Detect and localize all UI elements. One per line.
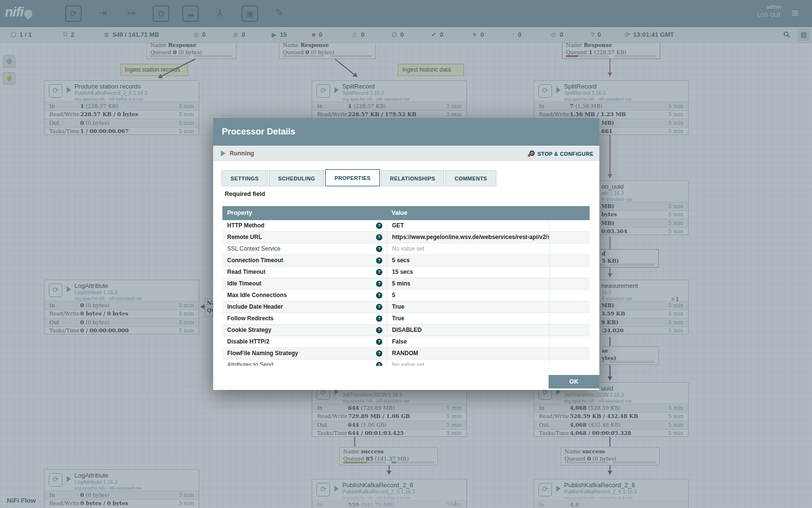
help-icon[interactable]: ? bbox=[376, 339, 382, 345]
property-name: HTTP Method? bbox=[222, 220, 387, 231]
help-icon[interactable]: ? bbox=[376, 292, 382, 299]
property-name: Max Idle Connections? bbox=[222, 290, 387, 301]
property-value[interactable]: 5 mins bbox=[387, 278, 549, 289]
help-icon[interactable]: ? bbox=[376, 257, 382, 264]
property-name: Disable HTTP/2? bbox=[222, 336, 387, 347]
property-value[interactable]: 5 secs bbox=[387, 255, 549, 266]
tab-scheduling[interactable]: SCHEDULING bbox=[269, 170, 324, 186]
help-icon[interactable]: ? bbox=[376, 304, 382, 310]
property-value[interactable]: No value set bbox=[387, 243, 549, 254]
property-value[interactable]: 5 bbox=[387, 290, 549, 301]
properties-table-header: Property Value bbox=[222, 206, 590, 220]
properties-table-body: HTTP Method?GETRemote URL?https://www.pe… bbox=[222, 220, 590, 366]
property-row: Cookie Strategy?DISABLED bbox=[222, 325, 590, 336]
property-row: Read Timeout?15 secs bbox=[222, 267, 590, 278]
property-name: Cookie Strategy? bbox=[222, 325, 387, 336]
help-icon[interactable]: ? bbox=[376, 315, 382, 322]
help-icon[interactable]: ? bbox=[376, 234, 382, 240]
tab-properties[interactable]: PROPERTIES bbox=[325, 169, 380, 186]
dialog-title: Processor Details bbox=[213, 118, 599, 146]
help-icon[interactable]: ? bbox=[376, 223, 382, 229]
running-status-icon bbox=[221, 150, 226, 156]
tab-settings[interactable]: SETTINGS bbox=[221, 170, 268, 186]
property-name: Read Timeout? bbox=[222, 267, 387, 278]
property-name: Attributes to Send? bbox=[222, 359, 387, 366]
property-name: FlowFile Naming Strategy? bbox=[222, 348, 387, 359]
property-row: Follow Redirects?True bbox=[222, 313, 590, 325]
property-row: Disable HTTP/2?False bbox=[222, 336, 590, 348]
help-icon[interactable]: ? bbox=[376, 327, 382, 333]
properties-table: Property Value HTTP Method?GETRemote URL… bbox=[222, 206, 590, 366]
property-value[interactable]: No value set bbox=[387, 359, 549, 366]
dialog-state-strip: Running ⚙STOP & CONFIGURE bbox=[213, 146, 599, 161]
property-row: Include Date Header?True bbox=[222, 301, 590, 313]
property-value[interactable]: False bbox=[387, 336, 549, 347]
property-row: Idle Timeout?5 mins bbox=[222, 278, 590, 290]
run-state-label: Running bbox=[230, 146, 254, 161]
property-row: HTTP Method?GET bbox=[222, 220, 590, 232]
column-property: Property bbox=[222, 206, 387, 220]
property-row: Max Idle Connections?5 bbox=[222, 290, 590, 301]
property-value[interactable]: DISABLED bbox=[387, 325, 549, 336]
nifi-app: ◎ ☝ NiFi Flow Ingest station recordsInge… bbox=[0, 0, 812, 508]
required-field-note: Required field bbox=[225, 191, 265, 197]
property-value[interactable]: GET bbox=[387, 220, 549, 231]
property-value[interactable]: True bbox=[387, 313, 549, 324]
property-value[interactable]: RANDOM bbox=[387, 348, 549, 359]
property-name: SSL Context Service? bbox=[222, 243, 387, 254]
tab-relationships[interactable]: RELATIONSHIPS bbox=[381, 170, 445, 186]
stop-configure-button[interactable]: ⚙STOP & CONFIGURE bbox=[529, 146, 594, 162]
property-name: Idle Timeout? bbox=[222, 278, 387, 289]
property-name: Follow Redirects? bbox=[222, 313, 387, 324]
property-name: Remote URL? bbox=[222, 232, 387, 243]
ok-button[interactable]: OK bbox=[549, 375, 599, 388]
property-name: Connection Timeout? bbox=[222, 255, 387, 266]
property-value[interactable]: https://www.pegelonline.wsv.de/webservic… bbox=[387, 232, 549, 243]
property-row: SSL Context Service?No value set bbox=[222, 243, 590, 255]
property-row: Attributes to Send?No value set bbox=[222, 359, 590, 366]
property-row: Remote URL?https://www.pegelonline.wsv.d… bbox=[222, 232, 590, 243]
property-row: FlowFile Naming Strategy?RANDOM bbox=[222, 348, 590, 359]
gear-icon: ⚙ bbox=[529, 149, 536, 157]
property-name: Include Date Header? bbox=[222, 301, 387, 313]
help-icon[interactable]: ? bbox=[376, 269, 382, 275]
help-icon[interactable]: ? bbox=[376, 350, 382, 357]
property-row: Connection Timeout?5 secs bbox=[222, 255, 590, 267]
tab-comments[interactable]: COMMENTS bbox=[445, 170, 496, 186]
property-value[interactable]: True bbox=[387, 301, 549, 313]
help-icon[interactable]: ? bbox=[376, 246, 382, 252]
processor-details-dialog: Processor Details Running ⚙STOP & CONFIG… bbox=[213, 118, 599, 390]
column-value: Value bbox=[387, 206, 549, 220]
help-icon[interactable]: ? bbox=[376, 281, 382, 287]
dialog-tabs: SETTINGSSCHEDULINGPROPERTIESRELATIONSHIP… bbox=[221, 169, 497, 186]
property-value[interactable]: 15 secs bbox=[387, 267, 549, 278]
help-icon[interactable]: ? bbox=[376, 362, 382, 366]
